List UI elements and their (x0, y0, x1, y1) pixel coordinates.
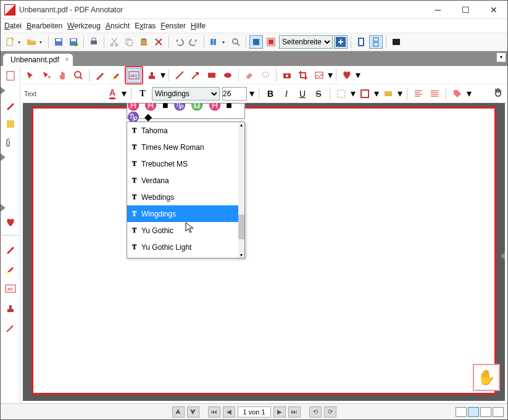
arrow-tool-icon[interactable] (188, 68, 203, 83)
select-plus-icon[interactable] (39, 68, 54, 83)
stamp-side-icon[interactable] (3, 301, 18, 316)
next-page-icon[interactable]: ▶ (273, 406, 286, 418)
delete-button[interactable] (152, 35, 165, 49)
fit-page-button[interactable] (249, 35, 263, 49)
pen2-side-icon[interactable] (3, 321, 18, 336)
stamp-dd-icon[interactable]: ▾ (160, 69, 165, 81)
camera-tool-icon[interactable] (280, 68, 294, 83)
fit-dd-icon[interactable]: ▾ (398, 88, 402, 99)
font-select[interactable]: Wingdings (152, 87, 220, 101)
view-twocont-icon[interactable] (493, 407, 504, 417)
menu-help[interactable]: Hilfe (191, 22, 206, 30)
fit-text-icon[interactable] (381, 87, 395, 101)
hand-icon[interactable] (55, 68, 70, 83)
tab-overflow-button[interactable]: ▾ (496, 52, 506, 62)
fill-dd-icon[interactable]: ▾ (351, 88, 356, 99)
pen-tool-icon[interactable] (93, 68, 107, 83)
view-cont-icon[interactable] (468, 407, 479, 417)
color-dd-icon[interactable]: ▾ (122, 88, 127, 99)
copy-button[interactable] (122, 35, 136, 49)
document-canvas[interactable]: ♓ ♓ ■ ♑ ♎ ♓ ■ ♑ ◆ 𝐓Tahoma𝐓Times New Roma… (23, 103, 505, 401)
font-option[interactable]: 𝐓Yu Gothic Light (127, 239, 238, 255)
image-tool-icon[interactable] (312, 68, 327, 83)
find-button[interactable] (207, 35, 221, 49)
font-option[interactable]: 𝐓Tahoma (127, 122, 238, 139)
expand-icon[interactable] (1, 87, 6, 94)
ellipse-tool-icon[interactable] (220, 68, 235, 83)
pen-side-icon[interactable] (3, 98, 18, 113)
tag-dd-icon[interactable]: ▾ (467, 88, 472, 99)
text-side-icon[interactable]: ab (3, 281, 18, 296)
marker-tool-icon[interactable] (109, 68, 123, 83)
font-option[interactable]: 𝐓Trebuchet MS (127, 155, 238, 172)
nav-back-icon[interactable]: ⟲ (309, 406, 322, 418)
font-option[interactable]: 𝐓Verdana (127, 172, 238, 189)
scrollbar-thumb[interactable] (238, 215, 244, 239)
align-options-icon[interactable] (428, 87, 441, 101)
menu-view[interactable]: Ansicht (106, 22, 130, 30)
font-size-input[interactable] (222, 87, 247, 101)
select-arrow-icon[interactable] (23, 68, 38, 83)
strike-button[interactable]: S (312, 87, 325, 101)
zoom-icon[interactable] (71, 68, 86, 83)
tab-close-icon[interactable]: × (65, 56, 69, 63)
expand-icon-2[interactable] (1, 154, 6, 161)
border-icon[interactable] (358, 87, 372, 101)
crop-tool-icon[interactable] (296, 68, 310, 83)
align-left-icon[interactable] (412, 87, 425, 101)
tag-icon[interactable] (451, 87, 464, 101)
image-dd-icon[interactable]: ▾ (328, 69, 333, 81)
zoom-plus-button[interactable] (334, 35, 348, 49)
menu-extras[interactable]: Extras (135, 22, 156, 30)
menu-tool[interactable]: Werkzeug (67, 22, 101, 30)
pencil-side-icon[interactable] (3, 242, 18, 257)
lasso-tool-icon[interactable] (258, 68, 273, 83)
new-dropdown-icon[interactable]: ▾ (18, 39, 23, 45)
cut-button[interactable] (107, 35, 121, 49)
size-dd-icon[interactable]: ▾ (249, 88, 254, 99)
fit-width-button[interactable] (264, 35, 278, 49)
nav-fwd-icon[interactable]: ⟳ (324, 406, 336, 418)
menu-file[interactable]: Datei (4, 22, 22, 30)
text-color-icon[interactable]: A (106, 87, 119, 101)
text-tool-icon[interactable]: ab| (127, 68, 141, 83)
font-option[interactable]: 𝐓Yu Gothic (127, 222, 238, 239)
gesture-icon[interactable] (489, 84, 507, 101)
font-option[interactable]: 𝐓Webdings (127, 189, 238, 205)
fill-color-icon[interactable] (335, 87, 348, 101)
open-button[interactable] (25, 35, 38, 49)
document-tab[interactable]: Unbenannt.pdf × (3, 54, 73, 66)
save-as-button[interactable] (67, 35, 80, 49)
border-dd-icon[interactable]: ▾ (374, 88, 379, 99)
prev-page-icon[interactable]: ◀ (223, 406, 235, 418)
undo-button[interactable] (172, 35, 186, 49)
open-dropdown-icon[interactable]: ▾ (40, 39, 45, 45)
minimize-button[interactable]: ─ (424, 1, 452, 19)
eraser-tool-icon[interactable] (242, 68, 257, 83)
continuous-page-button[interactable] (369, 35, 383, 49)
fullscreen-button[interactable] (389, 35, 403, 49)
redo-button[interactable] (187, 35, 201, 49)
save-button[interactable] (52, 35, 65, 49)
heart-tool-icon[interactable] (339, 68, 354, 83)
view-single-icon[interactable] (456, 407, 467, 417)
underline-button[interactable]: U (296, 87, 309, 101)
new-button[interactable] (3, 35, 17, 49)
rect-tool-icon[interactable] (204, 68, 219, 83)
page-up-icon[interactable]: ⮝ (172, 406, 185, 418)
last-page-icon[interactable]: ⏭ (288, 406, 301, 418)
paste-button[interactable] (137, 35, 151, 49)
font-option[interactable]: 𝐓Wingdings (127, 205, 238, 222)
right-panel-handle[interactable] (500, 252, 505, 260)
italic-button[interactable]: I (280, 87, 293, 101)
font-option[interactable]: 𝐓Times New Roman (127, 139, 238, 155)
expand-icon-3[interactable] (1, 204, 6, 212)
line-tool-icon[interactable] (172, 68, 187, 83)
page-thumb-icon[interactable] (3, 68, 18, 83)
pan-hand-button[interactable]: ✋ (473, 364, 500, 391)
highlighter-side-icon[interactable] (3, 261, 18, 276)
attach-side-icon[interactable] (3, 135, 18, 150)
heart-side-icon[interactable] (3, 215, 18, 230)
font-icon[interactable]: T (136, 87, 149, 101)
print-button[interactable] (87, 35, 101, 49)
